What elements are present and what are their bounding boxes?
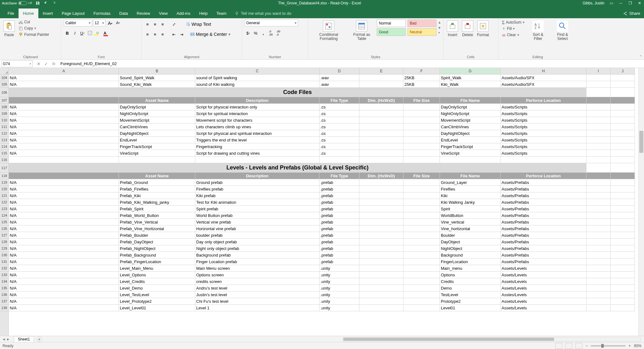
cell[interactable]	[611, 117, 635, 124]
cell[interactable]: N/A	[9, 143, 119, 150]
cell[interactable]	[586, 104, 611, 110]
cell[interactable]	[359, 212, 403, 219]
cell[interactable]: N/A	[9, 305, 119, 311]
cell[interactable]: .unity	[319, 265, 359, 272]
cell[interactable]	[359, 130, 403, 137]
cell[interactable]	[403, 117, 440, 124]
row-header[interactable]: 130	[0, 252, 8, 258]
row-header[interactable]: 121	[0, 192, 8, 199]
cell[interactable]: Level01	[440, 305, 501, 311]
tab-data[interactable]: Data	[115, 8, 132, 18]
row-header[interactable]: 119	[0, 179, 8, 186]
cell[interactable]	[611, 192, 635, 199]
cell[interactable]: Chi Fu's test level	[195, 298, 319, 305]
cell[interactable]: .wav	[319, 75, 359, 81]
cell[interactable]: .prefab	[319, 179, 359, 186]
tab-add-ins[interactable]: Add-ins	[172, 8, 195, 18]
cell[interactable]: .prefab	[319, 245, 359, 252]
increase-font-icon[interactable]: A▴	[107, 19, 114, 26]
cell[interactable]	[403, 143, 440, 150]
cell[interactable]: Horizontal vine prefab	[195, 225, 319, 232]
decrease-indent-icon[interactable]: ⇤	[170, 31, 177, 38]
sort-filter-button[interactable]: AZ Sort & Filter	[527, 19, 549, 42]
cell[interactable]: Ground_Layer	[440, 179, 501, 186]
cell[interactable]	[611, 179, 635, 186]
cell[interactable]	[9, 157, 119, 163]
cell[interactable]: Fireflies	[440, 186, 501, 192]
cell[interactable]	[403, 258, 440, 265]
cell[interactable]: Kiki	[440, 192, 501, 199]
bold-button[interactable]: B	[64, 30, 71, 36]
cell[interactable]	[403, 272, 440, 278]
cell[interactable]	[611, 285, 635, 291]
column-heading-cell[interactable]	[586, 173, 611, 179]
cell[interactable]: .prefab	[319, 199, 359, 206]
accept-formula-icon[interactable]: ✓	[43, 60, 50, 67]
cell[interactable]: Assets/Scripts	[501, 117, 586, 124]
column-heading-cell[interactable]: Asset Name	[119, 97, 195, 104]
font-name-select[interactable]: Calibri▾	[64, 19, 92, 26]
cell[interactable]: Assets/Scripts	[501, 124, 586, 130]
autosum-button[interactable]: ∑ AutoSum ▾	[501, 19, 525, 25]
row-header[interactable]: 109	[0, 110, 8, 117]
cell[interactable]	[611, 245, 635, 252]
tell-me-search[interactable]: Tell me what you want to do	[231, 8, 295, 18]
cell[interactable]	[586, 124, 611, 130]
row-header[interactable]: 115	[0, 150, 8, 157]
fx-icon[interactable]: fx	[50, 60, 57, 67]
cell[interactable]: Main Menu screen	[195, 265, 319, 272]
cell[interactable]	[611, 305, 635, 311]
cell[interactable]: .prefab	[319, 252, 359, 258]
cell[interactable]	[586, 130, 611, 137]
row-header[interactable]: 107	[0, 97, 8, 104]
cell[interactable]	[586, 192, 611, 199]
cell[interactable]	[403, 252, 440, 258]
cell[interactable]	[586, 157, 611, 163]
cell[interactable]	[611, 206, 635, 212]
cell[interactable]: DayNightObject	[440, 130, 501, 137]
cell[interactable]	[586, 278, 611, 285]
cell[interactable]	[359, 265, 403, 272]
cell[interactable]	[403, 179, 440, 186]
cell[interactable]	[403, 232, 440, 239]
cell[interactable]: Level_Options	[119, 272, 195, 278]
cell[interactable]: N/A	[9, 285, 119, 291]
cell[interactable]: Assets/Scripts	[501, 130, 586, 137]
cell[interactable]: .cs	[319, 143, 359, 150]
fill-button[interactable]: Fill ▾	[501, 26, 525, 31]
cell[interactable]	[403, 130, 440, 137]
cell[interactable]: CanClimbVines	[119, 124, 195, 130]
autosave-toggle[interactable]: AutoSave Off	[2, 1, 32, 5]
tab-page-layout[interactable]: Page Layout	[57, 8, 89, 18]
increase-decimal-icon[interactable]: .0.00	[267, 30, 274, 36]
cell[interactable]: .prefab	[319, 239, 359, 245]
cell[interactable]	[611, 130, 635, 137]
cell[interactable]: DayNightObject	[119, 130, 195, 137]
cell[interactable]	[586, 179, 611, 186]
cell[interactable]: Assets/Prefabs	[501, 192, 586, 199]
cell[interactable]: Boulder	[440, 232, 501, 239]
cell[interactable]: Script for drawing and cutting vines	[195, 150, 319, 157]
cell[interactable]	[359, 239, 403, 245]
cell[interactable]	[359, 232, 403, 239]
cell[interactable]: N/A	[9, 117, 119, 124]
cell[interactable]	[359, 157, 403, 163]
cell[interactable]	[403, 186, 440, 192]
cell[interactable]: N/A	[9, 206, 119, 212]
column-heading-cell[interactable]	[611, 173, 635, 179]
cell[interactable]	[611, 239, 635, 245]
cell[interactable]	[586, 298, 611, 305]
wrap-text-button[interactable]: Wrap Text	[185, 21, 212, 28]
cell[interactable]: 25KB	[403, 81, 440, 88]
cell[interactable]	[586, 143, 611, 150]
cell[interactable]: .unity	[319, 278, 359, 285]
cell[interactable]: CanClimbVines	[440, 124, 501, 130]
cell[interactable]	[359, 137, 403, 143]
cell[interactable]: .cs	[319, 110, 359, 117]
cell[interactable]	[359, 150, 403, 157]
cell[interactable]: Level 1	[195, 305, 319, 311]
cell[interactable]	[586, 150, 611, 157]
row-header[interactable]: 116	[0, 157, 8, 163]
cell[interactable]: Night only object prefab	[195, 245, 319, 252]
cell[interactable]: Vertical vine prefab	[195, 219, 319, 225]
